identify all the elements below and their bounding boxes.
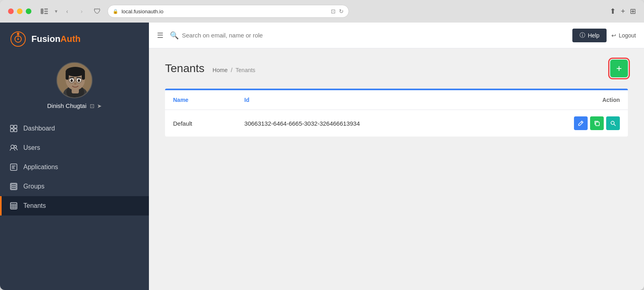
breadcrumb: Home / Tenants [213,67,255,73]
svg-point-34 [14,145,17,148]
svg-rect-30 [14,125,17,128]
browser-controls: ▼ ‹ › [38,6,87,17]
browser-actions: ⬆ + ⊞ [610,7,636,16]
table-row: Default 30663132-6464-6665-3032-32646661… [165,110,628,137]
sidebar-item-groups[interactable]: Groups [0,177,149,196]
sidebar: FusionAuth [0,23,149,290]
svg-rect-2 [44,11,48,12]
search-icon: 🔍 [170,31,179,40]
sidebar-logo: FusionAuth [0,23,149,56]
help-circle-icon: ⓘ [580,32,585,39]
svg-point-8 [17,38,19,40]
sidebar-item-dashboard[interactable]: Dashboard [0,119,149,138]
help-button[interactable]: ⓘ Help [572,29,607,42]
add-tenant-button[interactable]: + [610,60,628,77]
tenant-name: Default [165,110,236,137]
svg-point-20 [78,79,80,82]
new-tab-icon[interactable]: + [621,7,625,16]
breadcrumb-home[interactable]: Home [213,67,227,73]
browser-titlebar: ▼ ‹ › 🛡 🔒 local.fusionauth.io ⊡ ↻ ⬆ + ⊞ [0,0,644,23]
breadcrumb-current: Tenants [235,67,255,73]
logo-auth: Auth [60,34,80,44]
svg-rect-0 [41,8,43,14]
svg-point-33 [11,145,14,148]
sidebar-item-label: Dashboard [23,125,55,132]
svg-rect-32 [14,129,17,132]
sidebar-item-label: Users [23,144,40,151]
svg-rect-29 [10,125,13,128]
close-traffic-light[interactable] [8,8,14,14]
column-header-id: Id [236,90,502,110]
dashboard-icon [10,124,18,133]
svg-line-50 [614,124,616,126]
tenants-icon [10,202,18,210]
forward-button[interactable]: › [76,6,87,17]
tenants-table: Name Id Action Default 30663132-6464-666… [165,90,628,137]
page-content: Tenants Home / Tenants + [149,48,644,290]
topbar-menu-icon[interactable]: ☰ [157,31,163,40]
svg-rect-16 [82,72,85,80]
search-tenant-button[interactable] [606,116,620,130]
user-card-icon[interactable]: ⊡ [90,103,95,109]
user-action-icons: ⊡ ➤ [90,103,102,109]
groups-icon [10,182,18,191]
plus-icon: + [616,63,622,74]
svg-rect-39 [11,188,16,189]
app-container: FusionAuth [0,23,644,290]
column-header-action: Action [502,90,628,110]
svg-point-6 [17,33,19,35]
tenant-actions [502,110,628,137]
tenants-table-card: Name Id Action Default 30663132-6464-666… [165,89,628,137]
logo-text: FusionAuth [31,34,80,44]
search-container: 🔍 [170,31,566,40]
back-button[interactable]: ‹ [62,6,73,17]
sidebar-item-users[interactable]: Users [0,138,149,157]
sidebar-item-applications[interactable]: Applications [0,157,149,177]
users-icon [10,144,18,152]
reload-icon[interactable]: ↻ [339,8,344,14]
browser-shield-icon: 🛡 [94,7,101,16]
logout-icon: ↩ [611,32,616,39]
topbar: ☰ 🔍 ⓘ Help ↩ Logout [149,23,644,48]
traffic-lights [8,8,31,14]
search-input[interactable] [182,32,566,39]
svg-rect-15 [66,72,69,80]
svg-rect-38 [11,186,16,187]
page-title: Tenants [165,62,204,75]
svg-rect-3 [44,13,48,14]
svg-line-47 [581,122,582,123]
address-text: local.fusionauth.io [122,8,163,14]
sidebar-user-section: Dinish Chugtai ⊡ ➤ [0,56,149,116]
svg-point-22 [78,80,79,81]
edit-tenant-button[interactable] [574,116,588,130]
user-location-icon[interactable]: ➤ [97,103,102,109]
sidebar-item-label: Groups [23,183,44,190]
svg-point-49 [611,121,614,124]
copy-tenant-button[interactable] [590,116,604,130]
address-bar[interactable]: 🔒 local.fusionauth.io ⊡ ↻ [107,5,349,18]
main-content: ☰ 🔍 ⓘ Help ↩ Logout [149,23,644,290]
share-icon[interactable]: ⬆ [610,7,616,16]
svg-rect-1 [44,8,48,10]
svg-rect-48 [596,122,599,126]
logout-button[interactable]: ↩ Logout [611,32,636,39]
page-header-left: Tenants Home / Tenants [165,62,255,75]
applications-icon [10,163,18,171]
sidebar-item-label: Tenants [23,202,46,209]
maximize-traffic-light[interactable] [26,8,31,14]
table-header-row: Name Id Action [165,90,628,110]
tenant-id: 30663132-6464-6665-3032-326466613934 [236,110,502,137]
svg-point-25 [74,83,76,85]
sidebar-item-label: Applications [23,164,58,171]
avatar [56,62,93,98]
tab-grid-icon[interactable]: ⊞ [630,7,636,16]
user-name-row: Dinish Chugtai ⊡ ➤ [47,102,102,109]
breadcrumb-separator: / [231,67,232,73]
svg-point-19 [70,79,73,82]
sidebar-toggle-button[interactable] [38,6,51,17]
minimize-traffic-light[interactable] [17,8,23,14]
column-header-name: Name [165,90,236,110]
sidebar-item-tenants[interactable]: Tenants [0,196,149,215]
page-header: Tenants Home / Tenants + [165,60,628,77]
sidebar-nav: Dashboard Users [0,116,149,290]
